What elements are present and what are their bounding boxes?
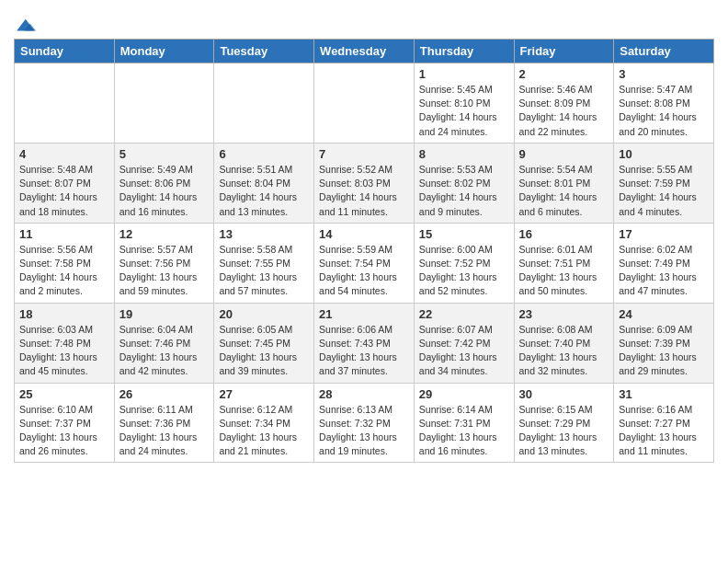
logo-icon: [14, 17, 36, 35]
day-info: Sunrise: 6:13 AM Sunset: 7:32 PM Dayligh…: [319, 403, 409, 459]
day-number: 18: [19, 307, 109, 321]
day-info: Sunrise: 6:06 AM Sunset: 7:43 PM Dayligh…: [319, 323, 409, 379]
day-info: Sunrise: 6:16 AM Sunset: 7:27 PM Dayligh…: [619, 403, 709, 459]
day-number: 12: [119, 227, 210, 241]
day-info: Sunrise: 6:10 AM Sunset: 7:37 PM Dayligh…: [19, 403, 109, 459]
calendar-table: SundayMondayTuesdayWednesdayThursdayFrid…: [14, 39, 714, 463]
day-number: 17: [619, 227, 709, 241]
day-number: 9: [519, 147, 609, 161]
day-info: Sunrise: 6:15 AM Sunset: 7:29 PM Dayligh…: [519, 403, 609, 459]
day-info: Sunrise: 5:59 AM Sunset: 7:54 PM Dayligh…: [319, 243, 409, 299]
day-info: Sunrise: 6:03 AM Sunset: 7:48 PM Dayligh…: [19, 323, 109, 379]
day-number: 13: [219, 227, 309, 241]
week-row-4: 18Sunrise: 6:03 AM Sunset: 7:48 PM Dayli…: [15, 303, 714, 383]
logo: [14, 17, 36, 31]
day-number: 6: [219, 147, 309, 161]
calendar-cell: 9Sunrise: 5:54 AM Sunset: 8:01 PM Daylig…: [514, 143, 614, 223]
day-info: Sunrise: 6:12 AM Sunset: 7:34 PM Dayligh…: [219, 403, 309, 459]
day-header-saturday: Saturday: [614, 40, 714, 63]
calendar-cell: 7Sunrise: 5:52 AM Sunset: 8:03 PM Daylig…: [314, 143, 415, 223]
day-number: 26: [119, 387, 210, 401]
calendar-cell: 25Sunrise: 6:10 AM Sunset: 7:37 PM Dayli…: [15, 383, 115, 463]
week-row-1: 1Sunrise: 5:45 AM Sunset: 8:10 PM Daylig…: [15, 63, 714, 144]
day-header-monday: Monday: [114, 40, 214, 63]
calendar-cell: 17Sunrise: 6:02 AM Sunset: 7:49 PM Dayli…: [614, 223, 714, 303]
calendar-cell: [214, 63, 314, 144]
day-info: Sunrise: 6:08 AM Sunset: 7:40 PM Dayligh…: [519, 323, 609, 379]
day-info: Sunrise: 6:01 AM Sunset: 7:51 PM Dayligh…: [519, 243, 609, 299]
day-info: Sunrise: 6:07 AM Sunset: 7:42 PM Dayligh…: [419, 323, 509, 379]
calendar-cell: 1Sunrise: 5:45 AM Sunset: 8:10 PM Daylig…: [414, 63, 514, 144]
calendar-cell: 4Sunrise: 5:48 AM Sunset: 8:07 PM Daylig…: [15, 143, 115, 223]
day-info: Sunrise: 5:53 AM Sunset: 8:02 PM Dayligh…: [419, 163, 509, 219]
day-header-friday: Friday: [514, 40, 614, 63]
day-number: 19: [119, 307, 210, 321]
day-number: 22: [419, 307, 509, 321]
day-number: 30: [519, 387, 609, 401]
calendar-cell: 14Sunrise: 5:59 AM Sunset: 7:54 PM Dayli…: [314, 223, 415, 303]
calendar-cell: 8Sunrise: 5:53 AM Sunset: 8:02 PM Daylig…: [414, 143, 514, 223]
day-header-thursday: Thursday: [414, 40, 514, 63]
calendar-cell: 27Sunrise: 6:12 AM Sunset: 7:34 PM Dayli…: [214, 383, 314, 463]
day-number: 28: [319, 387, 409, 401]
day-number: 2: [519, 67, 609, 81]
calendar-cell: 13Sunrise: 5:58 AM Sunset: 7:55 PM Dayli…: [214, 223, 314, 303]
day-number: 21: [319, 307, 409, 321]
calendar-cell: 24Sunrise: 6:09 AM Sunset: 7:39 PM Dayli…: [614, 303, 714, 383]
day-number: 15: [419, 227, 509, 241]
calendar-cell: 15Sunrise: 6:00 AM Sunset: 7:52 PM Dayli…: [414, 223, 514, 303]
calendar-cell: 28Sunrise: 6:13 AM Sunset: 7:32 PM Dayli…: [314, 383, 415, 463]
calendar-cell: 11Sunrise: 5:56 AM Sunset: 7:58 PM Dayli…: [15, 223, 115, 303]
day-info: Sunrise: 5:52 AM Sunset: 8:03 PM Dayligh…: [319, 163, 409, 219]
calendar-cell: 5Sunrise: 5:49 AM Sunset: 8:06 PM Daylig…: [114, 143, 214, 223]
day-info: Sunrise: 5:45 AM Sunset: 8:10 PM Dayligh…: [419, 83, 509, 139]
day-info: Sunrise: 5:54 AM Sunset: 8:01 PM Dayligh…: [519, 163, 609, 219]
calendar-cell: 26Sunrise: 6:11 AM Sunset: 7:36 PM Dayli…: [114, 383, 214, 463]
day-info: Sunrise: 5:51 AM Sunset: 8:04 PM Dayligh…: [219, 163, 309, 219]
days-header-row: SundayMondayTuesdayWednesdayThursdayFrid…: [15, 40, 714, 63]
calendar-cell: [114, 63, 214, 144]
day-number: 5: [119, 147, 210, 161]
calendar-cell: 19Sunrise: 6:04 AM Sunset: 7:46 PM Dayli…: [114, 303, 214, 383]
day-number: 27: [219, 387, 309, 401]
calendar-cell: 3Sunrise: 5:47 AM Sunset: 8:08 PM Daylig…: [614, 63, 714, 144]
calendar-cell: 31Sunrise: 6:16 AM Sunset: 7:27 PM Dayli…: [614, 383, 714, 463]
day-info: Sunrise: 6:11 AM Sunset: 7:36 PM Dayligh…: [119, 403, 210, 459]
calendar-cell: 20Sunrise: 6:05 AM Sunset: 7:45 PM Dayli…: [214, 303, 314, 383]
day-info: Sunrise: 6:05 AM Sunset: 7:45 PM Dayligh…: [219, 323, 309, 379]
day-header-wednesday: Wednesday: [314, 40, 415, 63]
day-number: 1: [419, 67, 509, 81]
day-number: 24: [619, 307, 709, 321]
calendar-cell: 18Sunrise: 6:03 AM Sunset: 7:48 PM Dayli…: [15, 303, 115, 383]
calendar-cell: 10Sunrise: 5:55 AM Sunset: 7:59 PM Dayli…: [614, 143, 714, 223]
day-number: 10: [619, 147, 709, 161]
week-row-5: 25Sunrise: 6:10 AM Sunset: 7:37 PM Dayli…: [15, 383, 714, 463]
day-number: 16: [519, 227, 609, 241]
calendar-cell: 12Sunrise: 5:57 AM Sunset: 7:56 PM Dayli…: [114, 223, 214, 303]
day-info: Sunrise: 5:46 AM Sunset: 8:09 PM Dayligh…: [519, 83, 609, 139]
calendar-cell: [15, 63, 115, 144]
calendar-cell: 16Sunrise: 6:01 AM Sunset: 7:51 PM Dayli…: [514, 223, 614, 303]
day-number: 20: [219, 307, 309, 321]
day-number: 23: [519, 307, 609, 321]
day-number: 3: [619, 67, 709, 81]
day-info: Sunrise: 5:48 AM Sunset: 8:07 PM Dayligh…: [19, 163, 109, 219]
day-number: 11: [19, 227, 109, 241]
day-number: 31: [619, 387, 709, 401]
day-number: 8: [419, 147, 509, 161]
header: [14, 9, 714, 31]
day-number: 25: [19, 387, 109, 401]
calendar-cell: 2Sunrise: 5:46 AM Sunset: 8:09 PM Daylig…: [514, 63, 614, 144]
day-header-tuesday: Tuesday: [214, 40, 314, 63]
calendar-cell: 22Sunrise: 6:07 AM Sunset: 7:42 PM Dayli…: [414, 303, 514, 383]
calendar-cell: 29Sunrise: 6:14 AM Sunset: 7:31 PM Dayli…: [414, 383, 514, 463]
day-info: Sunrise: 6:04 AM Sunset: 7:46 PM Dayligh…: [119, 323, 210, 379]
day-info: Sunrise: 5:47 AM Sunset: 8:08 PM Dayligh…: [619, 83, 709, 139]
day-number: 29: [419, 387, 509, 401]
day-info: Sunrise: 5:56 AM Sunset: 7:58 PM Dayligh…: [19, 243, 109, 299]
day-info: Sunrise: 6:09 AM Sunset: 7:39 PM Dayligh…: [619, 323, 709, 379]
day-info: Sunrise: 5:55 AM Sunset: 7:59 PM Dayligh…: [619, 163, 709, 219]
day-info: Sunrise: 5:49 AM Sunset: 8:06 PM Dayligh…: [119, 163, 210, 219]
day-number: 14: [319, 227, 409, 241]
day-header-sunday: Sunday: [15, 40, 115, 63]
